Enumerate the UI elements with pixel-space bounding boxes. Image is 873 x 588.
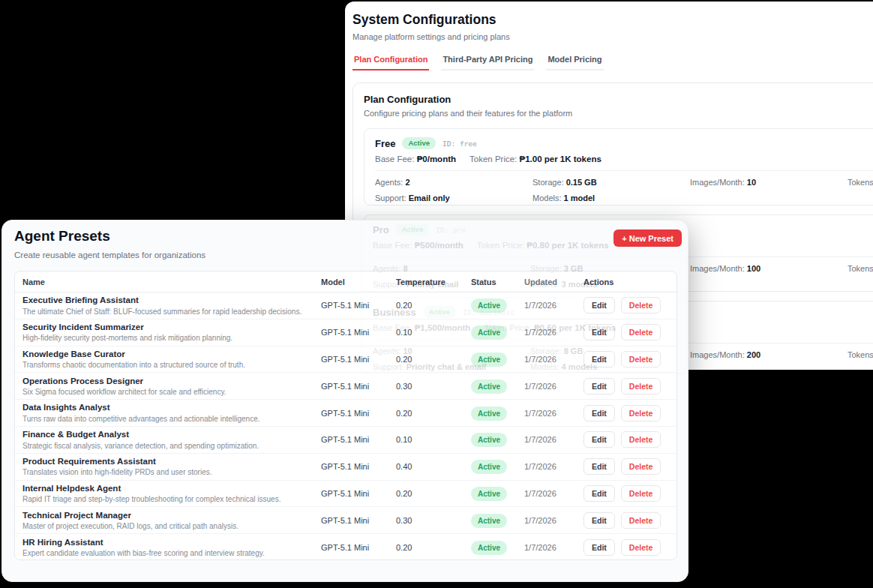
new-preset-button[interactable]: + New Preset	[614, 230, 682, 247]
table-row: Executive Briefing Assistant The ultimat…	[15, 292, 676, 320]
edit-button[interactable]: Edit	[584, 539, 615, 556]
edit-button[interactable]: Edit	[584, 297, 615, 314]
column-header-model: Model	[321, 278, 396, 286]
preset-temperature: 0.20	[396, 301, 471, 310]
preset-model: GPT-5.1 Mini	[321, 516, 396, 525]
edit-button[interactable]: Edit	[584, 405, 615, 422]
preset-name-cell: Technical Project Manager Master of proj…	[15, 510, 321, 531]
preset-updated: 1/7/2026	[524, 301, 584, 310]
plan-status-badge: Active	[402, 137, 436, 149]
preset-updated: 1/7/2026	[524, 462, 584, 471]
preset-name-cell: Operations Process Designer Six Sigma fo…	[15, 376, 321, 397]
preset-description: The ultimate Chief of Staff: BLUF-focuse…	[22, 308, 321, 316]
preset-description: Expert candidate evaluation with bias-fr…	[22, 549, 321, 558]
table-body: Executive Briefing Assistant The ultimat…	[15, 292, 676, 560]
delete-button[interactable]: Delete	[621, 351, 662, 368]
delete-button[interactable]: Delete	[621, 485, 662, 502]
table-row: HR Hiring Assistant Expert candidate eva…	[15, 534, 676, 560]
table-row: Knowledge Base Curator Transforms chaoti…	[15, 346, 676, 374]
tab-third-party-api-pricing[interactable]: Third-Party API Pricing	[441, 55, 534, 70]
delete-button[interactable]: Delete	[621, 324, 662, 340]
plan-detail: Images/Month: 200	[690, 350, 848, 359]
preset-name: Executive Briefing Assistant	[22, 295, 321, 305]
status-badge: Active	[471, 406, 507, 421]
section-subtitle: Configure pricing plans and their featur…	[364, 109, 572, 118]
page-subtitle: Manage platform settings and pricing pla…	[352, 32, 510, 41]
preset-name: Operations Process Designer	[22, 376, 321, 386]
edit-button[interactable]: Edit	[584, 431, 615, 448]
preset-name-cell: Finance & Budget Analyst Strategic fisca…	[15, 429, 321, 450]
status-badge: Active	[471, 514, 507, 528]
delete-button[interactable]: Delete	[621, 512, 662, 529]
preset-actions-cell: Edit Delete	[584, 431, 676, 448]
plan-detail: Images/Month: 10	[690, 178, 848, 187]
edit-button[interactable]: Edit	[584, 485, 615, 502]
preset-model: GPT-5.1 Mini	[321, 409, 396, 418]
preset-name-cell: HR Hiring Assistant Expert candidate eva…	[15, 537, 321, 558]
delete-button[interactable]: Delete	[621, 297, 662, 314]
column-header-temperature: Temperature	[396, 278, 471, 286]
edit-button[interactable]: Edit	[584, 458, 615, 475]
preset-name-cell: Knowledge Base Curator Transforms chaoti…	[15, 349, 321, 370]
section-title: Plan Configuration	[364, 94, 451, 105]
preset-temperature: 0.20	[396, 409, 471, 418]
delete-button[interactable]: Delete	[621, 431, 662, 448]
plan-detail: Images/Month: 200	[688, 346, 688, 356]
plan-detail: Storage: 0.15 GB	[532, 178, 690, 187]
table-header-row: Name Model Temperature Status Updated Ac…	[15, 272, 676, 292]
status-badge: Active	[471, 487, 507, 501]
edit-button[interactable]: Edit	[584, 512, 615, 529]
status-badge: Active	[471, 326, 507, 340]
delete-button[interactable]: Delete	[621, 458, 662, 475]
preset-updated: 1/7/2026	[524, 435, 584, 444]
tab-model-pricing[interactable]: Model Pricing	[546, 55, 603, 70]
delete-button[interactable]: Delete	[621, 539, 662, 556]
preset-actions-cell: Edit Delete	[584, 512, 676, 529]
preset-temperature: 0.10	[396, 435, 471, 444]
delete-button[interactable]: Delete	[621, 378, 662, 394]
tab-bar: Plan Configuration Third-Party API Prici…	[352, 55, 604, 70]
preset-name-cell: Product Requirements Assistant Translate…	[15, 456, 321, 477]
status-badge: Active	[471, 433, 507, 447]
divider	[375, 170, 873, 171]
preset-temperature: 0.30	[396, 382, 471, 391]
preset-name: Knowledge Base Curator	[22, 349, 321, 359]
plan-fees: Base Fee: ₱0/month Token Price: ₱1.00 pe…	[375, 154, 873, 164]
preset-temperature: 0.20	[396, 355, 471, 364]
preset-actions-cell: Edit Delete	[584, 297, 676, 314]
preset-temperature: 0.20	[396, 543, 471, 552]
delete-button[interactable]: Delete	[621, 405, 662, 422]
status-badge: Active	[471, 460, 507, 474]
plan-card: Free Active ID: free Base Fee: ₱0/month …	[364, 128, 873, 206]
status-badge: Active	[471, 298, 507, 313]
preset-status-cell: Active	[471, 379, 524, 394]
preset-updated: 1/7/2026	[524, 543, 584, 552]
plan-name: Pro	[373, 224, 389, 236]
edit-button[interactable]: Edit	[584, 378, 615, 394]
plan-status-badge: Active	[396, 224, 430, 236]
preset-name-cell: Data Insights Analyst Turns raw data int…	[15, 402, 321, 423]
table-row: Data Insights Analyst Turns raw data int…	[15, 400, 676, 427]
page-title: System Configurations	[352, 12, 496, 28]
edit-button[interactable]: Edit	[584, 351, 615, 368]
plan-detail: Support: Email only	[375, 194, 532, 202]
preset-temperature: 0.20	[396, 489, 471, 498]
tab-plan-configuration[interactable]: Plan Configuration	[352, 55, 429, 70]
page-title: Agent Presets	[14, 228, 110, 244]
plan-detail: Images/Month: 100	[688, 264, 688, 273]
table-row: Operations Process Designer Six Sigma fo…	[15, 373, 676, 400]
preset-updated: 1/7/2026	[524, 328, 584, 337]
edit-button[interactable]: Edit	[584, 324, 615, 340]
plan-detail: Tokens/M	[848, 264, 873, 273]
column-header-actions: Actions	[584, 278, 676, 286]
preset-name-cell: Internal Helpdesk Agent Rapid IT triage …	[15, 483, 321, 504]
plan-id: ID: free	[442, 140, 477, 148]
preset-description: Master of project execution, RAID logs, …	[22, 522, 321, 531]
preset-description: Six Sigma focused workflow architect for…	[22, 388, 321, 397]
plan-name: Free	[375, 138, 395, 149]
preset-name-cell: Security Incident Summarizer High-fideli…	[15, 322, 321, 343]
preset-model: GPT-5.1 Mini	[321, 382, 396, 391]
column-header-status: Status	[471, 278, 524, 286]
preset-description: Translates vision into high-fidelity PRD…	[22, 468, 321, 477]
preset-model: GPT-5.1 Mini	[321, 355, 396, 364]
